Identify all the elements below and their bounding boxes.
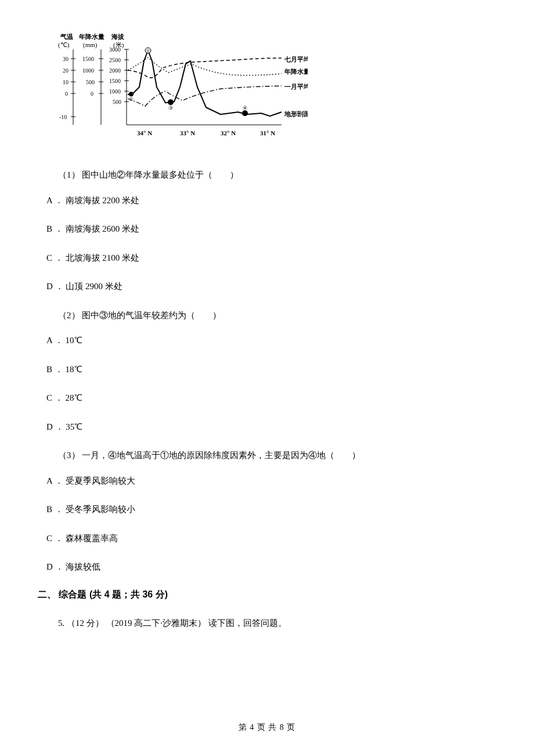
tick: 2000 [109,67,121,74]
option-1A: A ． 南坡海拔 2200 米处 [46,193,488,208]
section-2-heading: 二、 综合题 (共 4 题；共 36 分) [38,589,488,601]
option-1D: D ． 山顶 2900 米处 [46,279,488,294]
tick: 500 [113,99,121,105]
climate-terrain-chart: 气温 年降水量 海拔 (℃) (mm) (米) 30 20 10 0 -10 1… [52,32,308,148]
axis-unit-precip: (mm) [83,41,98,49]
tick: 1500 [109,78,121,84]
question-2-stem: （2） 图中③地的气温年较差约为（ ） [58,308,488,323]
option-3B: B ． 受冬季风影响较小 [46,502,488,517]
marker-4-label: ④ [243,105,247,111]
option-2A: A ． 10℃ [46,333,488,348]
tick: 1000 [109,88,121,95]
tick: 10 [63,79,68,85]
tick: 30 [63,56,68,62]
option-3C: C ． 森林覆盖率高 [46,531,488,546]
x-tick: 31° N [260,129,275,136]
svg-point-21 [168,99,174,105]
line-terrain [128,51,282,116]
tick: 2500 [109,57,121,63]
option-1C: C ． 北坡海拔 2100 米处 [46,251,488,266]
tick: 0 [65,91,68,97]
axis-label-precip: 年降水量 [78,33,104,40]
option-1B: B ． 南坡海拔 2600 米处 [46,222,488,237]
tick: 1000 [82,67,94,74]
tick: 0 [91,91,93,97]
question-5-stem: 5. （12 分） （2019 高二下·沙雅期末） 读下图，回答问题。 [58,616,488,631]
legend-july: 七月平均气温 [284,56,308,63]
tick: 3000 [109,46,121,53]
page-footer: 第 4 页 共 8 页 [0,722,534,733]
option-2D: D ． 35℃ [46,420,488,435]
axis-label-elev: 海拔 [111,33,125,40]
tick: 1500 [82,56,94,62]
svg-point-19 [129,92,134,96]
svg-point-22 [242,110,248,116]
tick: 500 [86,79,95,85]
legend-precip: 年降水量 [284,68,308,75]
option-2B: B ． 18℃ [46,362,488,377]
question-1-stem: （1） 图中山地②年降水量最多处位于（ ） [58,168,488,183]
line-precip [128,57,282,75]
marker-1-label: ① [129,96,134,102]
legend-jan: 一月平均气温 [284,83,308,90]
tick: -10 [59,114,67,120]
option-3D: D ． 海拔较低 [46,560,488,575]
x-tick: 33° N [180,129,195,136]
chart-figure: 气温 年降水量 海拔 (℃) (mm) (米) 30 20 10 0 -10 1… [52,32,488,150]
option-3A: A ． 受夏季风影响较大 [46,474,488,489]
question-3-stem: （3） 一月，④地气温高于①地的原因除纬度因素外，主要是因为④地（ ） [58,448,488,463]
option-2C: C ． 28℃ [46,391,488,406]
axis-unit-temp: (℃) [58,41,70,49]
x-tick: 34° N [137,129,152,136]
marker-3-label: ③ [168,105,173,111]
tick: 20 [63,67,68,74]
axis-label-temp: 气温 [60,33,73,40]
x-tick: 32° N [221,129,236,136]
legend-terrain: 地形剖面 [284,110,308,118]
marker-2-label: ② [146,48,150,54]
